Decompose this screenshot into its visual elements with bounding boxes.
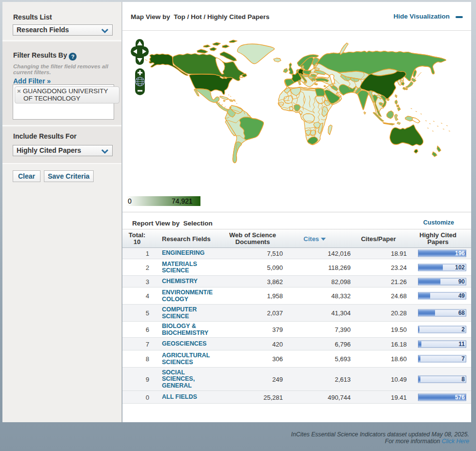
svg-text:0: 0 xyxy=(128,197,132,205)
svg-text:74,921: 74,921 xyxy=(172,197,193,205)
